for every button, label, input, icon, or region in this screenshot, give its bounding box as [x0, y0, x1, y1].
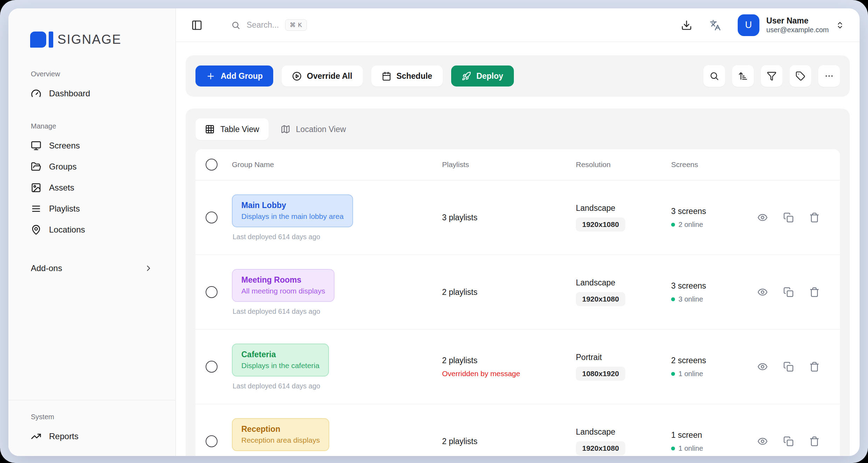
- app-window: PI SIGNAGE Overview Dashboard Manage Scr…: [8, 8, 860, 456]
- row-checkbox[interactable]: [206, 361, 218, 373]
- schedule-button[interactable]: Schedule: [371, 65, 443, 87]
- resolution-badge: 1920x1080: [576, 217, 625, 232]
- orientation: Landscape: [576, 427, 667, 437]
- tab-table-view[interactable]: Table View: [195, 118, 269, 140]
- deploy-button[interactable]: Deploy: [451, 65, 514, 87]
- online-count: 2 online: [678, 221, 703, 229]
- view-button[interactable]: [757, 361, 768, 372]
- duplicate-button[interactable]: [783, 287, 794, 297]
- section-label-system: System: [31, 413, 165, 421]
- table-search-button[interactable]: [703, 65, 725, 87]
- online-dot: [671, 223, 675, 227]
- monitor-icon: [31, 140, 41, 151]
- sidebar-item-groups[interactable]: Groups: [19, 156, 165, 177]
- sidebar: PI SIGNAGE Overview Dashboard Manage Scr…: [8, 8, 176, 456]
- sidebar-item-locations[interactable]: Locations: [19, 219, 165, 240]
- playlists-count: 2 playlists: [442, 356, 572, 365]
- resolution-badge: 1080x1920: [576, 367, 625, 381]
- duplicate-button[interactable]: [783, 361, 794, 372]
- screens-count: 3 screens: [671, 207, 755, 216]
- avatar: U: [738, 14, 759, 36]
- delete-button[interactable]: [809, 287, 820, 297]
- view-button[interactable]: [757, 436, 768, 447]
- ellipsis-icon: [824, 71, 834, 81]
- search-icon: [709, 71, 719, 81]
- select-all-checkbox[interactable]: [206, 159, 218, 171]
- delete-button[interactable]: [809, 212, 820, 223]
- table-row: Cafeteria Displays in the cafeteria Last…: [195, 330, 840, 404]
- filter-button[interactable]: [761, 65, 783, 87]
- user-name: User Name: [766, 16, 829, 25]
- languages-icon: [710, 20, 721, 31]
- group-card[interactable]: Main Lobby Displays in the main lobby ar…: [232, 194, 353, 227]
- group-card[interactable]: Cafeteria Displays in the cafeteria: [232, 344, 329, 376]
- trash-icon: [809, 436, 820, 447]
- screens-count: 3 screens: [671, 281, 755, 291]
- trash-icon: [809, 361, 820, 372]
- sidebar-item-assets[interactable]: Assets: [19, 177, 165, 198]
- delete-button[interactable]: [809, 361, 820, 372]
- tag-icon: [795, 71, 805, 81]
- sidebar-item-reports[interactable]: Reports: [19, 426, 165, 447]
- page-content: Add Group Override All Schedule Deploy: [176, 42, 860, 456]
- override-all-button[interactable]: Override All: [282, 65, 363, 87]
- search-icon: [231, 21, 240, 30]
- language-button[interactable]: [710, 20, 721, 31]
- sidebar-toggle-button[interactable]: [191, 20, 202, 31]
- top-header: Search... ⌘ K U User Name user: [176, 8, 860, 42]
- tab-location-view[interactable]: Location View: [274, 118, 353, 140]
- panel-left-icon: [191, 20, 202, 31]
- section-label-manage: Manage: [31, 122, 165, 130]
- row-checkbox[interactable]: [206, 435, 218, 447]
- plus-icon: [206, 71, 215, 81]
- row-checkbox[interactable]: [206, 286, 218, 298]
- column-screens: Screens: [667, 160, 755, 169]
- group-name: Meeting Rooms: [241, 275, 325, 285]
- sidebar-item-addons[interactable]: Add-ons: [19, 258, 165, 278]
- duplicate-button[interactable]: [783, 212, 794, 223]
- gauge-icon: [31, 88, 41, 99]
- playlists-count: 2 playlists: [442, 437, 572, 446]
- tags-button[interactable]: [790, 65, 811, 87]
- table-icon: [205, 124, 215, 134]
- chevron-right-icon: [144, 264, 153, 273]
- view-button[interactable]: [757, 287, 768, 297]
- group-card[interactable]: Meeting Rooms All meeting room displays: [232, 269, 335, 302]
- more-button[interactable]: [818, 65, 840, 87]
- table-header-row: Group Name Playlists Resolution Screens: [195, 149, 840, 180]
- add-group-button[interactable]: Add Group: [195, 65, 273, 87]
- group-card[interactable]: Reception Reception area displays: [232, 418, 329, 451]
- playlists-count: 3 playlists: [442, 213, 572, 222]
- duplicate-button[interactable]: [783, 436, 794, 447]
- view-button[interactable]: [757, 212, 768, 223]
- group-actions-toolbar: Add Group Override All Schedule Deploy: [186, 55, 850, 97]
- online-count: 3 online: [678, 295, 703, 303]
- last-deployed: Last deployed 614 days ago: [233, 307, 438, 316]
- override-status: Overridden by message: [442, 369, 572, 378]
- sidebar-item-playlists[interactable]: Playlists: [19, 198, 165, 219]
- search-input[interactable]: Search... ⌘ K: [231, 19, 307, 31]
- group-description: Displays in the main lobby area: [241, 212, 344, 221]
- last-deployed: Last deployed 614 days ago: [233, 233, 438, 241]
- online-dot: [671, 372, 675, 376]
- row-checkbox[interactable]: [206, 212, 218, 223]
- column-group-name: Group Name: [228, 160, 438, 169]
- screens-count: 1 screen: [671, 430, 755, 440]
- online-count: 1 online: [678, 370, 703, 378]
- delete-button[interactable]: [809, 436, 820, 447]
- download-icon: [681, 20, 692, 31]
- column-playlists: Playlists: [438, 160, 572, 169]
- download-button[interactable]: [681, 20, 692, 31]
- image-icon: [31, 182, 41, 193]
- sidebar-item-screens[interactable]: Screens: [19, 135, 165, 156]
- sort-button[interactable]: [732, 65, 754, 87]
- copy-icon: [783, 287, 794, 297]
- group-description: Reception area displays: [241, 436, 320, 445]
- user-menu[interactable]: U User Name user@example.com: [738, 14, 844, 36]
- trending-up-icon: [31, 431, 41, 442]
- map-pin-icon: [31, 224, 41, 235]
- orientation: Portrait: [576, 353, 667, 362]
- playlists-count: 2 playlists: [442, 288, 572, 297]
- toolbar-icon-group: [703, 65, 840, 87]
- sidebar-item-dashboard[interactable]: Dashboard: [19, 83, 165, 104]
